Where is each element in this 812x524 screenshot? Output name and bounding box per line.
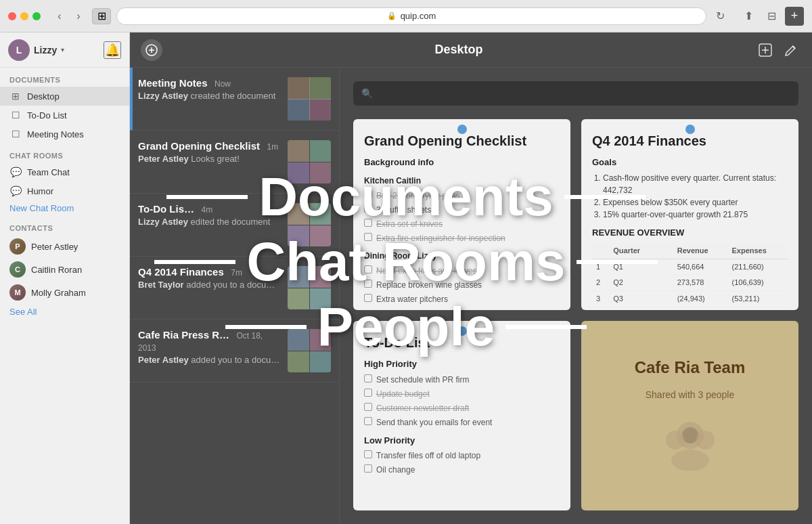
card-title: Grand Opening Checklist — [364, 133, 560, 149]
goal-item: Cash-flow positive every quarter. Curren… — [603, 172, 788, 196]
sidebar-item-humor[interactable]: 💬 Humor — [0, 181, 129, 200]
checkbox — [364, 450, 372, 458]
content-area: Meeting Notes Now Lizzy Astley created t… — [130, 68, 812, 524]
pin-icon — [457, 326, 467, 336]
table-row: 2Q2273,578(106,639) — [592, 275, 788, 291]
card-body: Background info Kitchen Caitlin Buy 2 mo… — [364, 156, 560, 310]
share-button[interactable]: ⬆ — [739, 7, 758, 26]
contact-name: Molly Graham — [31, 288, 86, 298]
sidebar-item-team-chat[interactable]: 💬 Team Chat — [0, 162, 129, 181]
list-item: Oil change — [364, 464, 560, 476]
feed-item-todo[interactable]: To-Do Lis… 4m Lizzy Astley edited the do… — [130, 194, 339, 257]
list-item: Extra fire extinguisher for inspection — [364, 232, 560, 244]
edit-button[interactable] — [781, 40, 801, 60]
main: Desktop — [130, 32, 812, 524]
card-title: Cafe Ria Team — [635, 358, 746, 378]
checkbox — [364, 233, 372, 241]
feed-item-content: Cafe Ria Press R… Oct 18, 2013 Peter Ast… — [138, 329, 281, 372]
feed-item-meeting-notes[interactable]: Meeting Notes Now Lizzy Astley created t… — [130, 68, 339, 131]
table-header: Revenue — [673, 243, 728, 259]
header-actions — [755, 40, 801, 60]
list-item: Customer newsletter draft — [364, 402, 560, 414]
new-item-button[interactable] — [141, 39, 162, 61]
feed-item-title: To-Do Lis… 4m — [138, 203, 281, 215]
reload-button[interactable]: ↻ — [712, 8, 728, 24]
sidebar-item-meeting-notes[interactable]: ☐ Meeting Notes — [0, 125, 129, 144]
feed-item-desc: Peter Astley Looks great! — [138, 154, 281, 164]
contacts-section-label: Contacts — [0, 216, 129, 235]
list-item: 3 muffin sheets — [364, 204, 560, 216]
feed-time: Now — [215, 79, 231, 89]
url-bar[interactable]: 🔒 quip.com — [116, 7, 706, 25]
card-content: To-Do List High Priority Set schedule wi… — [353, 321, 570, 489]
sidebar-item-desktop[interactable]: ⊞ Desktop — [0, 87, 129, 106]
avatar: L — [8, 39, 30, 61]
sidebar-item-label: Humor — [27, 186, 53, 196]
page-title: Desktop — [434, 43, 482, 57]
search-bar[interactable]: 🔍 — [353, 81, 798, 106]
feed-item-cafe-ria[interactable]: Cafe Ria Press R… Oct 18, 2013 Peter Ast… — [130, 320, 339, 383]
sidebar-toggle-button[interactable]: ⊟ — [762, 7, 781, 26]
cafe-ria-card[interactable]: Cafe Ria Team Shared with 3 people — [581, 321, 798, 510]
sidebar-item-todo[interactable]: ☐ To-Do List — [0, 106, 129, 125]
document-icon: ☐ — [9, 109, 22, 121]
contact-item-peter[interactable]: P Peter Astley — [0, 235, 129, 258]
unread-indicator — [130, 68, 133, 130]
checkbox — [364, 374, 372, 383]
user-info[interactable]: L Lizzy ▾ — [8, 39, 64, 61]
low-priority-label: Low Priority — [364, 434, 560, 447]
todo-card[interactable]: To-Do List High Priority Set schedule wi… — [353, 321, 570, 510]
feed-item-title: Grand Opening Checklist 1m — [138, 140, 281, 152]
checkbox — [364, 417, 372, 425]
back-button[interactable]: ‹ — [51, 8, 68, 24]
feed-item-desc: Lizzy Astley created the document — [138, 91, 281, 101]
contact-name: Caitlin Roran — [31, 265, 82, 275]
feed-doc-title: Grand Opening Checklist — [138, 140, 260, 152]
feed-doc-title: Q4 2014 Finances — [138, 266, 224, 278]
minimize-button[interactable] — [20, 12, 28, 20]
goals-label: Goals — [592, 156, 788, 169]
contact-item-molly[interactable]: M Molly Graham — [0, 281, 129, 304]
documents-section-label: Documents — [0, 68, 129, 87]
new-tab-button[interactable]: + — [785, 7, 804, 26]
nav-buttons: ‹ › — [51, 8, 87, 24]
see-all-link[interactable]: See All — [0, 304, 129, 320]
feed-item-grand-opening[interactable]: Grand Opening Checklist 1m Peter Astley … — [130, 131, 339, 194]
q4-finances-card[interactable]: Q4 2014 Finances Goals Cash-flow positiv… — [581, 119, 798, 310]
card-body: Goals Cash-flow positive every quarter. … — [592, 156, 788, 310]
feed-doc-title: To-Do Lis… — [138, 203, 194, 215]
avatar-caitlin: C — [9, 261, 26, 278]
grand-opening-card[interactable]: Grand Opening Checklist Background info … — [353, 119, 570, 310]
contact-item-caitlin[interactable]: C Caitlin Roran — [0, 258, 129, 281]
revenue-table: Quarter Revenue Expenses 1Q1540,664(211,… — [592, 243, 788, 310]
tab-overview-button[interactable]: ⊞ — [92, 8, 111, 24]
card-body: High Priority Set schedule with PR firm … — [364, 357, 560, 476]
feed-item-content: To-Do Lis… 4m Lizzy Astley edited the do… — [138, 203, 281, 246]
revenue-label: REVENUE OVERVIEW — [592, 226, 788, 240]
feed-item-q4-finances[interactable]: Q4 2014 Finances 7m Bret Taylor added yo… — [130, 257, 339, 320]
notifications-button[interactable]: 🔔 — [104, 41, 121, 59]
add-document-button[interactable] — [755, 40, 775, 60]
pin-icon — [685, 125, 695, 134]
new-chat-room-link[interactable]: New Chat Room — [0, 200, 129, 216]
cafe-ria-subtitle: Shared with 3 people — [646, 389, 735, 400]
table-row: 3Q3(24,943)(53,211) — [592, 290, 788, 307]
feed-item-desc: Lizzy Astley edited the document — [138, 217, 281, 227]
forward-button[interactable]: › — [70, 8, 87, 24]
list-item: Extra set of knives — [364, 218, 560, 230]
lock-icon: 🔒 — [387, 12, 397, 20]
feed-item-desc: Peter Astley added you to a document — [138, 355, 281, 365]
subsection-label: Kitchen Caitlin — [364, 175, 560, 187]
feed-time: 4m — [202, 205, 213, 215]
card-title: Q4 2014 Finances — [592, 133, 788, 149]
high-priority-label: High Priority — [364, 357, 560, 371]
username-label: Lizzy — [34, 45, 57, 56]
section-label: Background info — [364, 156, 560, 169]
table-row: 1Q1540,664(211,660) — [592, 259, 788, 275]
contact-name: Peter Astley — [31, 242, 78, 252]
fullscreen-button[interactable] — [32, 12, 41, 20]
checkbox — [364, 294, 372, 302]
feed-item-content: Grand Opening Checklist 1m Peter Astley … — [138, 140, 281, 183]
feed-item-title: Cafe Ria Press R… Oct 18, 2013 — [138, 329, 281, 353]
close-button[interactable] — [8, 12, 16, 20]
